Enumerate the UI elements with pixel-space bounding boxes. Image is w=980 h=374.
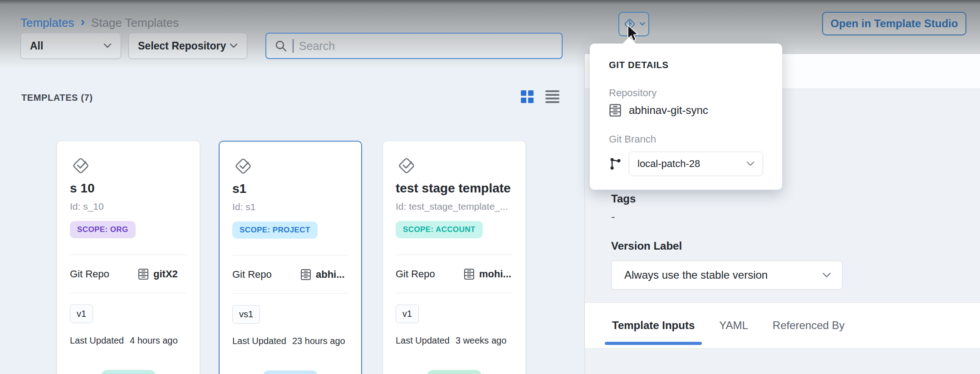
tab-yaml[interactable]: YAML [712, 303, 755, 348]
last-updated-value: 23 hours ago [292, 336, 345, 346]
stable-badge-partial [101, 370, 156, 374]
repository-icon [300, 269, 311, 280]
search-icon [274, 39, 287, 52]
template-id: Id: test_stage_template_... [396, 201, 514, 212]
scope-badge: SCOPE: PROJECT [232, 221, 318, 239]
git-repo-label: Git Repo [232, 269, 300, 280]
search-input[interactable]: Search [265, 33, 563, 59]
git-repo-row: Git Repo abhi... [232, 267, 350, 282]
version-chip: v1 [396, 305, 419, 323]
open-in-template-studio-button[interactable]: Open in Template Studio [822, 12, 966, 35]
tab-referenced-by[interactable]: Referenced By [765, 303, 852, 348]
version-chip: vs1 [232, 305, 260, 324]
tags-value: - [611, 210, 615, 224]
chevron-down-icon [822, 272, 831, 278]
branch-select-dropdown[interactable]: local-patch-28 [629, 152, 763, 176]
git-details-button[interactable] [618, 12, 649, 36]
template-title: s1 [232, 182, 351, 196]
scope-badge: SCOPE: ORG [70, 221, 136, 238]
open-button-label: Open in Template Studio [831, 17, 958, 30]
template-title: s 10 [70, 181, 189, 196]
git-repo-row: Git Repo gitX2 [70, 266, 189, 282]
last-updated-row: Last Updated 4 hours ago [70, 335, 178, 346]
git-repo-label: Git Repo [70, 268, 138, 280]
git-repo-value: mohi... [479, 268, 511, 280]
repository-icon [138, 268, 149, 280]
breadcrumb-templates-link[interactable]: Templates [20, 16, 74, 30]
last-updated-label: Last Updated [396, 335, 450, 346]
version-chip: v1 [70, 305, 93, 323]
template-card-s10[interactable]: s 10 Id: s_10 SCOPE: ORG Git Repo gitX2 … [57, 141, 200, 374]
last-updated-value: 3 weeks ago [456, 335, 506, 346]
breadcrumb: Templates › Stage Templates [20, 15, 179, 30]
git-branch-icon [609, 157, 622, 171]
breadcrumb-current: Stage Templates [91, 16, 179, 30]
last-updated-label: Last Updated [70, 335, 124, 346]
chevron-down-icon [639, 22, 646, 26]
repository-value: abhinav-git-sync [629, 104, 708, 117]
version-label: Version Label [611, 240, 682, 252]
repository-row: abhinav-git-sync [609, 103, 708, 117]
text-caret [293, 39, 294, 53]
search-placeholder: Search [299, 39, 335, 53]
chevron-down-icon [230, 43, 238, 49]
stage-template-icon [232, 155, 254, 177]
git-repo-value: abhi... [316, 269, 345, 280]
template-id: Id: s1 [232, 202, 351, 212]
repository-filter-dropdown[interactable]: Select Repository [128, 33, 247, 59]
popup-title: GIT DETAILS [609, 60, 669, 70]
template-card-test-stage[interactable]: test stage template ... Id: test_stage_t… [382, 141, 526, 374]
repository-icon [464, 268, 475, 280]
stage-templates-screen: Templates › Stage Templates All Select R… [0, 0, 980, 374]
repository-icon [609, 103, 622, 117]
stage-template-icon [70, 155, 92, 177]
last-updated-row: Last Updated 3 weeks ago [396, 335, 506, 346]
version-select-dropdown[interactable]: Always use the stable version [611, 261, 843, 290]
tags-label: Tags [611, 192, 636, 205]
type-filter-dropdown[interactable]: All [20, 33, 121, 59]
chevron-down-icon [746, 161, 755, 167]
template-card-s1-selected[interactable]: s1 Id: s1 SCOPE: PROJECT Git Repo abhi..… [219, 141, 362, 374]
last-updated-value: 4 hours ago [130, 335, 178, 346]
git-details-popup: GIT DETAILS Repository abhinav-git-sync … [590, 44, 782, 190]
stable-badge-partial [427, 370, 481, 374]
stable-badge-partial [263, 370, 318, 374]
list-view-icon[interactable] [545, 90, 559, 103]
git-branch-row: local-patch-28 [609, 152, 763, 176]
type-filter-value: All [30, 40, 43, 52]
git-repo-label: Git Repo [396, 268, 464, 280]
branch-select-value: local-patch-28 [637, 158, 700, 170]
git-diamond-icon [622, 16, 637, 32]
repository-label: Repository [609, 87, 657, 99]
repository-filter-value: Select Repository [138, 40, 226, 52]
template-title: test stage template ... [396, 181, 514, 196]
scope-badge: SCOPE: ACCOUNT [396, 221, 483, 238]
chevron-down-icon [103, 43, 112, 49]
template-id: Id: s_10 [70, 201, 189, 212]
templates-count-label: TEMPLATES (7) [21, 93, 93, 103]
details-tabbar: Template Inputs YAML Referenced By [585, 302, 980, 349]
last-updated-row: Last Updated 23 hours ago [232, 336, 345, 346]
git-repo-value: gitX2 [153, 268, 178, 280]
grid-view-icon[interactable] [521, 90, 534, 103]
git-branch-label: Git Branch [609, 133, 656, 145]
git-repo-row: Git Repo mohi... [396, 266, 514, 282]
version-select-value: Always use the stable version [624, 269, 768, 281]
stage-template-icon [396, 155, 417, 177]
tab-template-inputs[interactable]: Template Inputs [605, 303, 702, 348]
last-updated-label: Last Updated [232, 336, 286, 346]
breadcrumb-separator-icon: › [81, 15, 85, 29]
